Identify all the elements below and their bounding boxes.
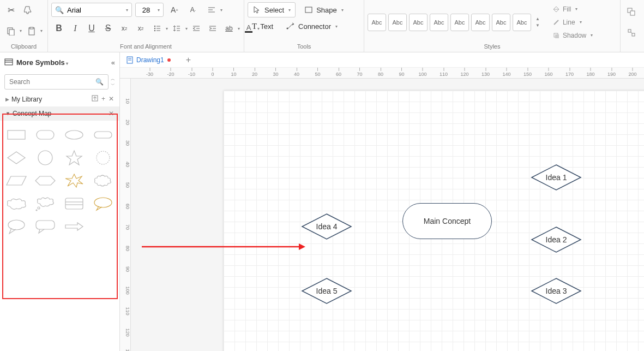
copy-dropdown[interactable]: ▾ <box>3 23 22 39</box>
shape-cloud-burst[interactable] <box>89 172 116 189</box>
more-symbols-dropdown[interactable]: More Symbols▾ <box>16 58 68 67</box>
increase-font-button[interactable]: A+ <box>167 2 182 17</box>
style-preset-3[interactable]: Abc <box>409 14 428 31</box>
search-input[interactable] <box>9 78 92 86</box>
style-preset-8[interactable]: Abc <box>513 14 531 31</box>
add-lib-icon[interactable]: + <box>101 95 105 103</box>
node-idea-5[interactable]: Idea 5 <box>301 277 352 305</box>
shape-burst[interactable] <box>89 149 116 166</box>
shape-speech-rect[interactable] <box>32 218 59 235</box>
svg-rect-51 <box>65 198 83 209</box>
font-size-select[interactable]: ▾ <box>135 3 164 17</box>
style-preset-2[interactable]: Abc <box>388 14 407 31</box>
style-preset-5[interactable]: Abc <box>450 14 469 31</box>
clipboard-label: Clipboard <box>3 42 44 52</box>
shape-rectangle[interactable] <box>3 126 30 144</box>
svg-rect-27 <box>555 34 559 38</box>
ruler-horizontal: -30-20-100102030405060708090100110120130… <box>131 68 644 79</box>
shape-speech-bubble-1[interactable] <box>3 218 30 235</box>
shape-cloud[interactable] <box>3 195 30 212</box>
underline-button[interactable]: U <box>84 21 99 36</box>
font-size-input[interactable] <box>139 6 153 14</box>
italic-button[interactable]: I <box>68 21 83 36</box>
shape-speech-oval[interactable] <box>89 195 116 212</box>
document-tab[interactable]: Drawing1 <box>127 56 171 64</box>
paste-dropdown[interactable]: ▾ <box>24 23 43 39</box>
tools-label: Tools <box>248 42 360 52</box>
shape-rounded-rect[interactable] <box>32 126 59 144</box>
select-tool[interactable]: Select▾ <box>248 2 296 17</box>
shadow-dropdown[interactable]: Shadow▾ <box>549 29 597 41</box>
connector-tool[interactable]: Connector▾ <box>282 19 342 34</box>
style-preset-4[interactable]: Abc <box>430 14 448 31</box>
import-lib-icon[interactable] <box>92 95 98 103</box>
shape-hexagon[interactable] <box>32 172 59 189</box>
style-preset-7[interactable]: Abc <box>492 14 510 31</box>
decrease-font-button[interactable]: A- <box>185 2 201 17</box>
close-section-icon[interactable]: ✕ <box>109 110 114 117</box>
shape-star[interactable] <box>61 149 88 166</box>
group-button[interactable] <box>624 25 639 40</box>
superscript-button[interactable]: x2 <box>117 21 132 36</box>
drawing-page[interactable]: Main Concept Idea 1 Idea 2 Idea 3 <box>224 91 644 351</box>
font-family-select[interactable]: 🔍 ▾ <box>51 3 132 17</box>
svg-rect-39 <box>37 130 54 139</box>
format-painter-button[interactable] <box>21 2 36 17</box>
shape-diamond[interactable] <box>3 149 30 166</box>
search-icon: 🔍 <box>55 6 64 14</box>
svg-marker-44 <box>67 151 82 165</box>
font-family-input[interactable] <box>67 6 122 14</box>
shape-arrow-right[interactable] <box>61 218 88 235</box>
line-dropdown[interactable]: Line▾ <box>549 16 597 28</box>
shape-tool[interactable]: Shape▾ <box>300 2 348 17</box>
strikethrough-button[interactable]: S <box>100 21 116 36</box>
indent-left-button[interactable] <box>189 21 204 36</box>
shape-circle[interactable] <box>32 149 59 166</box>
ruler-vertical: 102030405060708090100110120130 <box>120 79 131 351</box>
node-idea-3[interactable]: Idea 3 <box>531 277 582 305</box>
style-preset-6[interactable]: Abc <box>471 14 490 31</box>
svg-marker-66 <box>299 243 305 250</box>
svg-point-54 <box>94 198 112 207</box>
subscript-button[interactable]: x2 <box>133 21 148 36</box>
shape-stadium[interactable] <box>89 126 116 144</box>
add-tab-button[interactable]: + <box>186 55 191 65</box>
align-dropdown[interactable]: ▾ <box>204 2 222 17</box>
canvas-viewport[interactable]: Main Concept Idea 1 Idea 2 Idea 3 <box>131 79 644 351</box>
node-idea-2[interactable]: Idea 2 <box>531 226 582 253</box>
bullet-dropdown[interactable]: ▾ <box>149 21 168 36</box>
shape-parallelogram[interactable] <box>3 172 30 189</box>
style-preset-1[interactable]: Abc <box>368 14 386 31</box>
svg-line-32 <box>631 32 632 33</box>
search-input-container[interactable]: 🔍 <box>4 74 109 90</box>
spacing-dropdown[interactable]: ▾ <box>169 21 188 36</box>
font-alignment-label: Font and Alignment <box>51 42 240 52</box>
svg-rect-3 <box>30 27 33 29</box>
cut-button[interactable]: ✂ <box>3 2 19 17</box>
svg-point-49 <box>38 207 40 209</box>
node-idea-4[interactable]: Idea 4 <box>301 213 352 240</box>
bold-button[interactable]: B <box>51 21 67 36</box>
close-lib-icon[interactable]: ✕ <box>109 95 114 103</box>
search-icon[interactable]: 🔍 <box>95 78 104 86</box>
sidebar-collapse-button[interactable]: « <box>111 58 115 67</box>
highlight-dropdown[interactable]: ab▾ <box>221 21 240 36</box>
shape-explosion[interactable] <box>61 172 88 189</box>
shape-thought-cloud[interactable] <box>32 195 59 212</box>
my-library-section[interactable]: ▶ My Library + ✕ <box>0 92 119 106</box>
fill-dropdown[interactable]: Fill▾ <box>549 3 597 15</box>
shape-card[interactable] <box>61 195 88 212</box>
text-tool[interactable]: T Text <box>248 19 278 34</box>
node-main-concept[interactable]: Main Concept <box>402 203 492 239</box>
svg-point-7 <box>154 26 155 27</box>
indent-right-button[interactable] <box>205 21 220 36</box>
concept-map-section[interactable]: ▼ Concept Map ✕ <box>0 106 119 121</box>
arrange-button[interactable] <box>624 4 639 20</box>
svg-line-25 <box>554 20 558 25</box>
style-gallery-scroll[interactable]: ▲▼ <box>533 16 542 28</box>
shape-ellipse[interactable] <box>61 126 88 144</box>
search-down-icon[interactable]: ﹀ <box>111 82 115 88</box>
search-up-icon[interactable]: ︿ <box>111 76 115 82</box>
node-idea-1[interactable]: Idea 1 <box>531 164 582 191</box>
svg-rect-23 <box>305 7 312 13</box>
